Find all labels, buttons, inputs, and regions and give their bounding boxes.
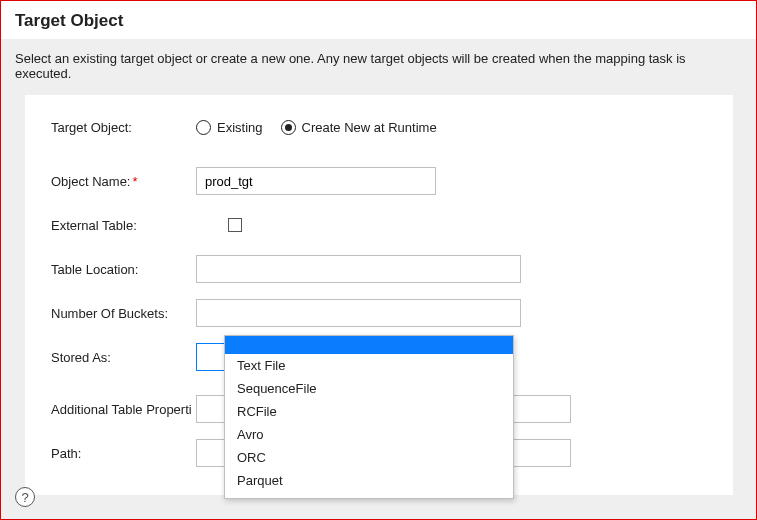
target-object-row: Target Object: Existing Create New at Ru…: [51, 113, 707, 141]
option-text-file[interactable]: Text File: [225, 354, 513, 377]
radio-create-new[interactable]: Create New at Runtime: [281, 120, 437, 135]
option-orc[interactable]: ORC: [225, 446, 513, 469]
external-table-label: External Table:: [51, 218, 196, 233]
path-label: Path:: [51, 446, 196, 461]
target-object-panel: Target Object Select an existing target …: [0, 0, 757, 520]
num-buckets-label: Number Of Buckets:: [51, 306, 196, 321]
target-object-radio-group: Existing Create New at Runtime: [196, 120, 437, 135]
panel-description: Select an existing target object or crea…: [15, 51, 742, 81]
target-object-label: Target Object:: [51, 120, 196, 135]
radio-create-new-label: Create New at Runtime: [302, 120, 437, 135]
radio-existing-label: Existing: [217, 120, 263, 135]
table-location-row: Table Location:: [51, 255, 707, 283]
form-card: Target Object: Existing Create New at Ru…: [25, 95, 733, 495]
radio-existing-icon: [196, 120, 211, 135]
stored-as-label: Stored As:: [51, 350, 196, 365]
option-avro[interactable]: Avro: [225, 423, 513, 446]
num-buckets-row: Number Of Buckets:: [51, 299, 707, 327]
external-table-checkbox[interactable]: [228, 218, 242, 232]
num-buckets-input[interactable]: [196, 299, 521, 327]
stored-as-dropdown: Text File SequenceFile RCFile Avro ORC P…: [224, 335, 514, 499]
radio-existing[interactable]: Existing: [196, 120, 263, 135]
option-rcfile[interactable]: RCFile: [225, 400, 513, 423]
panel-title: Target Object: [1, 1, 756, 39]
table-location-label: Table Location:: [51, 262, 196, 277]
required-asterisk: *: [132, 174, 137, 189]
radio-create-new-icon: [281, 120, 296, 135]
option-sequencefile[interactable]: SequenceFile: [225, 377, 513, 400]
dropdown-highlight[interactable]: [225, 336, 513, 354]
object-name-label: Object Name:*: [51, 174, 196, 189]
object-name-row: Object Name:*: [51, 167, 707, 195]
panel-body: Select an existing target object or crea…: [1, 39, 756, 520]
help-icon[interactable]: ?: [15, 487, 35, 507]
option-parquet[interactable]: Parquet: [225, 469, 513, 492]
table-location-input[interactable]: [196, 255, 521, 283]
external-table-row: External Table:: [51, 211, 707, 239]
object-name-input[interactable]: [196, 167, 436, 195]
